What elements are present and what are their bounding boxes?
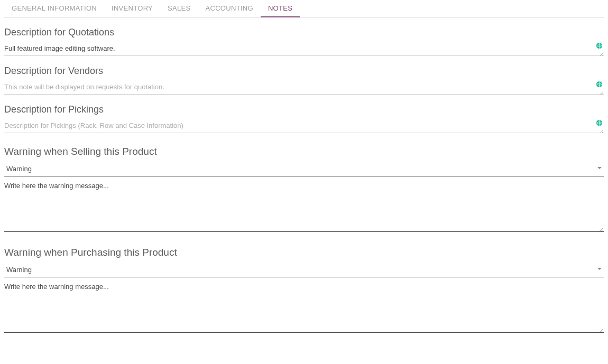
svg-line-17 (603, 332, 603, 332)
warning-purchase-textarea-wrap (4, 281, 604, 333)
section-title-warning-purchase: Warning when Purchasing this Product (4, 247, 604, 258)
quotations-input-wrap (4, 42, 604, 56)
warning-sell-textarea[interactable] (4, 180, 604, 230)
svg-line-10 (600, 130, 603, 133)
resize-handle-icon (599, 226, 604, 230)
pickings-input-wrap (4, 119, 604, 133)
resize-handle-icon (600, 127, 604, 132)
warning-sell-textarea-wrap (4, 180, 604, 232)
tab-general-information[interactable]: GENERAL INFORMATION (4, 0, 104, 17)
globe-icon[interactable] (596, 81, 603, 88)
vendors-input[interactable] (4, 81, 591, 94)
resize-handle-icon (600, 89, 604, 93)
tab-inventory[interactable]: INVENTORY (104, 0, 160, 17)
warning-sell-select-value: Warning (4, 163, 604, 176)
section-title-quotations: Description for Quotations (4, 27, 604, 38)
resize-handle-icon (600, 50, 604, 54)
svg-line-14 (603, 231, 603, 231)
globe-icon[interactable] (596, 42, 603, 49)
globe-icon[interactable] (596, 119, 603, 126)
caret-down-icon (597, 268, 602, 270)
warning-purchase-textarea[interactable] (4, 281, 604, 331)
svg-line-7 (602, 93, 603, 95)
pickings-input[interactable] (4, 119, 591, 133)
caret-down-icon (597, 167, 602, 169)
svg-line-11 (602, 132, 603, 133)
svg-line-6 (600, 91, 603, 95)
svg-line-3 (602, 54, 603, 56)
section-title-vendors: Description for Vendors (4, 66, 604, 77)
svg-line-2 (600, 53, 603, 56)
warning-purchase-select-value: Warning (4, 264, 604, 277)
warning-sell-select[interactable]: Warning (4, 163, 604, 176)
tab-accounting[interactable]: ACCOUNTING (198, 0, 261, 17)
section-title-warning-sell: Warning when Selling this Product (4, 146, 604, 157)
resize-handle-icon (599, 326, 604, 331)
quotations-input[interactable] (4, 42, 591, 55)
tabs-bar: GENERAL INFORMATION INVENTORY SALES ACCO… (4, 0, 604, 17)
section-title-pickings: Description for Pickings (4, 104, 604, 115)
warning-purchase-select[interactable]: Warning (4, 264, 604, 277)
vendors-input-wrap (4, 81, 604, 95)
tab-notes[interactable]: NOTES (261, 0, 300, 17)
tab-sales[interactable]: SALES (160, 0, 198, 17)
